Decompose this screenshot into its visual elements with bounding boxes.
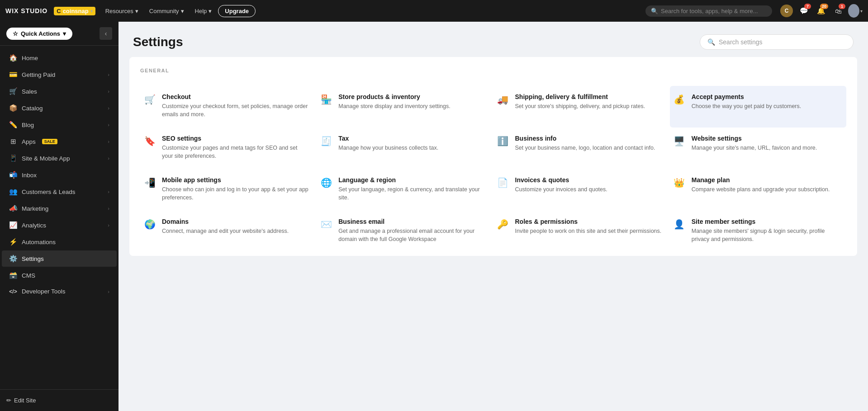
edit-site-button[interactable]: ✏ Edit Site — [6, 394, 112, 406]
getting-paid-icon: 💳 — [9, 71, 17, 79]
notifications-button[interactable]: 🔔 20 — [814, 4, 828, 18]
avatar-icon[interactable]: C — [779, 4, 794, 18]
setting-item-store-products[interactable]: 🏪 Store products & inventory Manage stor… — [317, 86, 493, 128]
setting-item-mobile-app-settings[interactable]: 📲 Mobile app settings Choose who can joi… — [140, 169, 317, 211]
analytics-icon: 📈 — [9, 221, 17, 229]
getting-paid-chevron-icon: › — [108, 72, 109, 77]
setting-item-language-region[interactable]: 🌐 Language & region Set your language, r… — [317, 169, 493, 211]
cart-badge: 1 — [839, 4, 845, 9]
nav-icon-group: C 💬 7 🔔 20 🛍 1 ▾ — [779, 4, 863, 18]
setting-item-manage-plan[interactable]: 👑 Manage plan Compare website plans and … — [670, 169, 846, 211]
sidebar-item-customers-leads[interactable]: 👥 Customers & Leads › — [2, 184, 117, 200]
sidebar-item-marketing-left: 📣 Marketing — [9, 204, 48, 213]
setting-item-business-email[interactable]: ✉️ Business email Get and manage a profe… — [317, 211, 493, 252]
setting-title-manage-plan: Manage plan — [692, 176, 830, 184]
sidebar-footer: ✏ Edit Site — [0, 389, 119, 411]
sidebar-top: ☆ Quick Actions ▾ ‹ — [0, 22, 119, 46]
catalog-chevron-icon: › — [108, 105, 109, 111]
setting-item-roles-permissions[interactable]: 🔑 Roles & permissions Invite people to w… — [493, 211, 670, 252]
setting-item-business-info[interactable]: ℹ️ Business info Set your business name,… — [493, 128, 670, 169]
wix-logo: WIX STUDIO — [5, 7, 47, 14]
sidebar-item-apps-label: Apps — [22, 138, 36, 145]
cart-button[interactable]: 🛍 1 — [831, 4, 845, 18]
setting-item-invoices-quotes[interactable]: 📄 Invoices & quotes Customize your invoi… — [493, 169, 670, 211]
settings-header: Settings 🔍 — [119, 22, 868, 57]
sidebar-item-sales[interactable]: 🛒 Sales › — [2, 83, 117, 99]
setting-item-accept-payments[interactable]: 💰 Accept payments Choose the way you get… — [670, 86, 846, 128]
sidebar-item-settings-left: ⚙️ Settings — [9, 255, 44, 263]
setting-title-shipping: Shipping, delivery & fulfillment — [515, 93, 645, 100]
sidebar-item-customers-leads-left: 👥 Customers & Leads — [9, 188, 76, 196]
global-search-input[interactable] — [661, 8, 767, 14]
sidebar-item-settings[interactable]: ⚙️ Settings — [2, 250, 117, 267]
sidebar-item-analytics-label: Analytics — [22, 222, 46, 229]
setting-title-seo-settings: SEO settings — [162, 135, 309, 142]
settings-search-box[interactable]: 🔍 — [700, 34, 854, 50]
sidebar-item-getting-paid[interactable]: 💳 Getting Paid › — [2, 66, 117, 83]
setting-title-business-info: Business info — [515, 135, 655, 142]
setting-item-tax[interactable]: 🧾 Tax Manage how your business collects … — [317, 128, 493, 169]
sidebar-item-inbox[interactable]: 📬 Inbox — [2, 167, 117, 183]
sidebar-item-marketing[interactable]: 📣 Marketing › — [2, 200, 117, 217]
settings-search-input[interactable] — [719, 38, 846, 46]
sidebar-item-developer-tools[interactable]: </> Developer Tools › — [2, 284, 117, 299]
collapse-icon: ‹ — [105, 30, 107, 37]
sidebar: ☆ Quick Actions ▾ ‹ 🏠 Home 💳 Getting Pai — [0, 22, 119, 411]
sidebar-item-blog-left: ✏️ Blog — [9, 121, 34, 129]
nav-help[interactable]: Help ▾ — [190, 5, 217, 17]
home-icon: 🏠 — [9, 54, 17, 62]
nav-resources[interactable]: Resources ▾ — [101, 5, 143, 17]
site-selector[interactable]: C coinsnap ▾ — [54, 7, 95, 15]
setting-item-checkout[interactable]: 🛒 Checkout Customize your checkout form,… — [140, 86, 317, 128]
setting-desc-site-member-settings: Manage site members' signup & login secu… — [692, 227, 839, 243]
sidebar-item-apps-left: ⊞ Apps SALE — [9, 137, 57, 146]
global-search[interactable]: 🔍 — [645, 5, 772, 17]
resources-chevron-icon: ▾ — [135, 8, 138, 14]
upgrade-button[interactable]: Upgrade — [218, 5, 256, 17]
setting-title-language-region: Language & region — [338, 176, 486, 184]
user-profile-button[interactable]: ▾ — [848, 4, 863, 18]
sidebar-item-getting-paid-label: Getting Paid — [22, 71, 55, 78]
setting-desc-accept-payments: Choose the way you get paid by customers… — [692, 103, 802, 111]
sidebar-item-automations-label: Automations — [22, 239, 56, 246]
setting-text-business-info: Business info Set your business name, lo… — [515, 135, 655, 152]
blog-icon: ✏️ — [9, 121, 17, 129]
sidebar-collapse-button[interactable]: ‹ — [100, 27, 112, 40]
sidebar-item-catalog-left: 📦 Catalog — [9, 104, 43, 112]
sidebar-item-apps[interactable]: ⊞ Apps SALE › — [2, 133, 117, 150]
sidebar-item-site-mobile-left: 📱 Site & Mobile App — [9, 154, 70, 162]
sidebar-item-blog[interactable]: ✏️ Blog › — [2, 117, 117, 133]
settings-icon: ⚙️ — [9, 255, 17, 263]
sidebar-item-home[interactable]: 🏠 Home — [2, 50, 117, 66]
setting-desc-language-region: Set your language, region & currency, an… — [338, 186, 486, 202]
analytics-chevron-icon: › — [108, 222, 109, 228]
setting-item-website-settings[interactable]: 🖥️ Website settings Manage your site's n… — [670, 128, 846, 169]
setting-item-domains[interactable]: 🌍 Domains Connect, manage and edit your … — [140, 211, 317, 252]
developer-tools-chevron-icon: › — [108, 289, 109, 294]
sidebar-item-catalog[interactable]: 📦 Catalog › — [2, 100, 117, 116]
setting-text-manage-plan: Manage plan Compare website plans and up… — [692, 176, 830, 194]
sidebar-item-site-mobile[interactable]: 📱 Site & Mobile App › — [2, 150, 117, 166]
catalog-icon: 📦 — [9, 104, 17, 112]
nav-community[interactable]: Community ▾ — [145, 5, 189, 17]
sidebar-item-automations-left: ⚡ Automations — [9, 238, 56, 246]
sidebar-item-site-mobile-label: Site & Mobile App — [22, 155, 70, 162]
setting-icon-business-email: ✉️ — [320, 219, 332, 230]
setting-desc-business-info: Set your business name, logo, location a… — [515, 144, 655, 152]
setting-icon-business-info: ℹ️ — [497, 136, 509, 146]
sidebar-item-analytics[interactable]: 📈 Analytics › — [2, 217, 117, 233]
sales-chevron-icon: › — [108, 89, 109, 94]
setting-item-seo-settings[interactable]: 🔖 SEO settings Customize your pages and … — [140, 128, 317, 169]
sidebar-item-cms[interactable]: 🗃️ CMS — [2, 267, 117, 283]
setting-item-site-member-settings[interactable]: 👤 Site member settings Manage site membe… — [670, 211, 846, 252]
setting-desc-checkout: Customize your checkout form, set polici… — [162, 103, 309, 118]
setting-desc-business-email: Get and manage a professional email acco… — [338, 227, 486, 243]
marketing-icon: 📣 — [9, 204, 17, 213]
setting-text-checkout: Checkout Customize your checkout form, s… — [162, 93, 309, 118]
messages-button[interactable]: 💬 7 — [797, 4, 811, 18]
setting-icon-website-settings: 🖥️ — [674, 136, 685, 146]
setting-icon-mobile-app-settings: 📲 — [144, 177, 156, 188]
sidebar-item-automations[interactable]: ⚡ Automations — [2, 234, 117, 250]
quick-actions-button[interactable]: ☆ Quick Actions ▾ — [6, 28, 72, 40]
setting-item-shipping[interactable]: 🚚 Shipping, delivery & fulfillment Set y… — [493, 86, 670, 128]
